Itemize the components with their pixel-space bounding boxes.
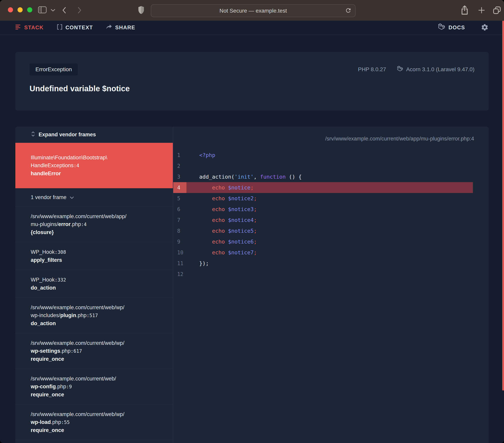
stack-frame[interactable]: WP_Hook:308apply_filters [15,242,173,270]
frame-path: /srv/www/example.com/current/web/ [31,375,165,383]
tabs-overview-icon[interactable] [492,5,502,15]
code-line: 6 echo $notice3; [173,204,473,215]
tab-context[interactable]: CONTEXT [57,24,93,31]
settings-button[interactable] [481,23,489,32]
new-tab-icon[interactable] [477,6,486,15]
zoom-window-button[interactable] [27,7,32,12]
code-line: 3add_action('init', function () { [173,171,473,182]
context-brackets-icon [57,24,63,31]
code-line: 9 echo $notice6; [173,236,473,247]
address-bar[interactable]: Not Secure — example.test [151,4,356,17]
stack-frame[interactable]: /srv/www/example.com/current/web/wp/wp-s… [15,333,173,369]
code-line: 10 echo $notice7; [173,247,473,258]
stack-frame[interactable]: /srv/www/example.com/current/web/wp/wp-i… [15,298,173,333]
stack-frame-list: Illuminate\Foundation\Bootstrap\HandleEx… [15,143,173,440]
browser-window: Not Secure — example.test STACK [0,0,504,443]
code-line: 2 [173,160,473,171]
expand-vendor-frames-button[interactable]: Expand vendor frames [15,127,173,143]
line-number: 3 [173,171,186,182]
code-line-source: echo $notice6; [186,239,257,245]
code-line-source: }); [186,260,209,266]
stack-trace-card: Expand vendor frames Illuminate\Foundati… [15,127,489,443]
stack-frame[interactable]: /srv/www/example.com/current/web/app/mu-… [15,206,173,242]
stack-frame[interactable]: /srv/www/example.com/current/web/wp-conf… [15,369,173,405]
line-number: 9 [173,236,186,247]
shield-icon[interactable] [138,6,144,14]
frame-method: do_action [31,284,165,292]
frame-path: mu-plugins/error.php:4 [31,220,165,228]
laravel-icon [438,23,446,32]
code-line-source: echo $notice7; [186,249,257,256]
vendor-frames-toggle[interactable]: 1 vendor frame [15,188,173,206]
code-line: 5 echo $notice2; [173,193,473,204]
close-window-button[interactable] [8,7,13,12]
line-number: 10 [173,247,186,258]
code-line: 12 [173,269,473,280]
docs-link-label: DOCS [449,25,465,31]
expand-vendor-frames-label: Expand vendor frames [38,132,96,138]
exception-class-badge: ErrorException [30,63,78,76]
line-number: 8 [173,225,186,236]
frame-path: wp-includes/plugin.php:517 [31,311,165,320]
sidebar-toggle-icon[interactable] [38,6,47,13]
line-number: 6 [173,204,186,215]
share-button[interactable]: SHARE [106,24,135,31]
share-arrow-icon [106,24,112,31]
frame-method: require_once [31,426,165,434]
code-line-source: add_action('init', function () { [186,174,302,180]
tab-stack[interactable]: STACK [15,24,44,31]
frame-path: wp-load.php:55 [31,418,165,426]
line-number: 2 [173,160,186,171]
line-number: 5 [173,193,186,204]
docs-link[interactable]: DOCS [438,23,465,32]
back-button[interactable] [61,6,67,14]
error-summary-card: ErrorException PHP 8.0.27 Acorn 3.1.0 (L… [15,52,489,111]
window-controls [8,7,32,12]
php-version: PHP 8.0.27 [358,66,386,73]
stack-frame-selected[interactable]: Illuminate\Foundation\Bootstrap\HandleEx… [15,143,173,188]
share-button-label: SHARE [115,25,135,31]
frame-path: WP_Hook:308 [31,248,165,256]
frame-path: /srv/www/example.com/current/web/wp/ [31,304,165,311]
scrollbar-thumb[interactable] [502,21,504,391]
frame-method: require_once [31,355,165,363]
ignition-navbar: STACK CONTEXT SHARE DOCS [0,21,504,35]
frame-path: Illuminate\Foundation\Bootstrap\ [31,154,165,161]
frame-path: /srv/www/example.com/current/web/wp/ [31,410,165,418]
code-line: 7 echo $notice4; [173,215,473,225]
code-line-source: echo $notice3; [186,206,257,212]
forward-button[interactable] [77,6,82,14]
error-message: Undefined variable $notice [30,84,474,93]
ignition-page: STACK CONTEXT SHARE DOCS [0,21,504,443]
line-number: 12 [173,269,186,280]
code-line-source: echo $notice; [186,185,253,191]
stack-frames-panel: Expand vendor frames Illuminate\Foundati… [15,127,173,443]
reload-icon[interactable] [345,7,352,14]
frame-path: WP_Hook:332 [31,276,165,284]
code-line-source: echo $notice5; [186,228,257,234]
frame-method: {closure} [31,228,165,236]
frame-method: do_action [31,320,165,327]
stack-frame[interactable]: /srv/www/example.com/current/web/wp/wp-l… [15,405,173,440]
frame-method: require_once [31,391,165,399]
frame-path: HandleExceptions:4 [31,161,165,170]
browser-toolbar: Not Secure — example.test [0,0,504,21]
line-number: 1 [173,150,186,160]
frame-path: wp-settings.php:617 [31,347,165,355]
frame-path: /srv/www/example.com/current/web/wp/ [31,339,165,347]
sidebar-chevron-down-icon[interactable] [50,9,55,12]
code-line: 1<?php [173,150,473,160]
address-bar-text: Not Secure — example.test [219,8,287,14]
version-info: PHP 8.0.27 Acorn 3.1.0 (Laravel 9.47.0) [358,66,474,74]
stack-frame[interactable]: WP_Hook:332do_action [15,270,173,298]
unfold-icon [31,131,36,138]
code-panel: /srv/www/example.com/current/web/app/mu-… [173,127,489,443]
line-number: 7 [173,215,186,225]
minimize-window-button[interactable] [18,7,23,12]
code-snippet: 1<?php23add_action('init', function () {… [173,150,489,280]
frame-method: handleError [31,170,165,177]
code-line-source: echo $notice4; [186,217,257,223]
navbar-right: DOCS [438,23,489,32]
share-page-icon[interactable] [461,5,468,15]
chevron-down-icon [70,194,74,201]
